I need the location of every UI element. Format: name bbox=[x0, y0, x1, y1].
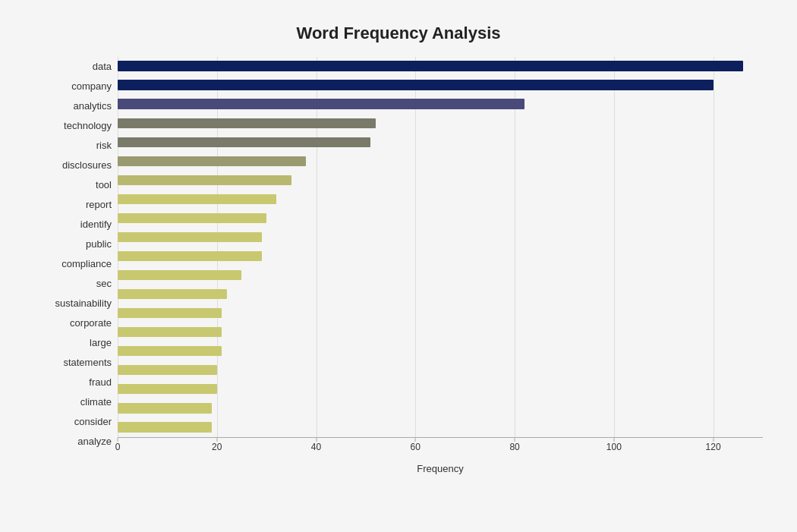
bars-wrapper bbox=[118, 57, 763, 437]
x-tick-label: 0 bbox=[115, 442, 121, 452]
y-label: fraud bbox=[89, 377, 112, 387]
bar-row bbox=[118, 304, 763, 323]
bar bbox=[118, 99, 525, 109]
x-axis: 020406080100120 bbox=[118, 437, 763, 460]
x-tick-label: 20 bbox=[212, 442, 222, 452]
bar bbox=[118, 251, 262, 261]
bar bbox=[118, 61, 743, 71]
bar bbox=[118, 289, 227, 299]
y-labels: datacompanyanalyticstechnologyriskdisclo… bbox=[34, 57, 118, 474]
bar bbox=[118, 327, 222, 337]
y-label: risk bbox=[96, 140, 112, 150]
x-axis-label: Frequency bbox=[118, 463, 763, 474]
bar bbox=[118, 365, 217, 375]
y-label: analytics bbox=[73, 101, 112, 111]
bar bbox=[118, 118, 376, 128]
bar bbox=[118, 403, 212, 413]
bar-row bbox=[118, 323, 763, 342]
bar-row bbox=[118, 114, 763, 133]
y-label: analyze bbox=[77, 436, 112, 446]
bar-row bbox=[118, 76, 763, 95]
bar bbox=[118, 232, 262, 242]
bar bbox=[118, 422, 212, 432]
y-label: disclosures bbox=[62, 160, 112, 170]
bar bbox=[118, 270, 241, 280]
y-label: large bbox=[90, 338, 112, 348]
bar-row bbox=[118, 285, 763, 304]
bars-and-xaxis: 020406080100120 Frequency bbox=[118, 57, 763, 474]
chart-area: datacompanyanalyticstechnologyriskdisclo… bbox=[34, 57, 763, 474]
x-tick-label: 120 bbox=[706, 442, 721, 452]
y-label: data bbox=[93, 61, 112, 71]
y-label: technology bbox=[64, 121, 112, 131]
chart-container: Word Frequency Analysis datacompanyanaly… bbox=[11, 8, 786, 524]
bar bbox=[118, 156, 306, 166]
y-label: climate bbox=[80, 397, 112, 407]
y-label: sustainability bbox=[55, 298, 112, 308]
bar-row bbox=[118, 171, 763, 190]
bar-row bbox=[118, 398, 763, 417]
bars-inner bbox=[118, 57, 763, 437]
y-label: public bbox=[86, 239, 112, 249]
bar bbox=[118, 213, 266, 223]
bar bbox=[118, 194, 276, 204]
bar-row bbox=[118, 379, 763, 398]
x-tick-label: 80 bbox=[509, 442, 519, 452]
bar bbox=[118, 308, 222, 318]
bar bbox=[118, 346, 222, 356]
x-tick-label: 100 bbox=[606, 442, 622, 452]
y-label: compliance bbox=[61, 259, 112, 269]
x-tick-label: 60 bbox=[411, 442, 421, 452]
y-label: sec bbox=[96, 279, 112, 288]
bar-row bbox=[118, 152, 763, 171]
bar-row bbox=[118, 247, 763, 266]
bar bbox=[118, 384, 217, 394]
y-label: statements bbox=[63, 357, 112, 367]
bar-row bbox=[118, 57, 763, 76]
bar-row bbox=[118, 228, 763, 247]
chart-title: Word Frequency Analysis bbox=[34, 24, 763, 43]
y-label: report bbox=[86, 200, 112, 209]
bar bbox=[118, 137, 370, 147]
bar-row bbox=[118, 209, 763, 228]
y-label: consider bbox=[74, 417, 112, 427]
bar-row bbox=[118, 417, 763, 436]
y-label: corporate bbox=[70, 318, 112, 328]
x-tick-label: 40 bbox=[311, 442, 321, 452]
y-label: identify bbox=[80, 219, 112, 229]
bar-row bbox=[118, 342, 763, 360]
bar bbox=[118, 80, 714, 90]
bar-row bbox=[118, 95, 763, 114]
y-label: tool bbox=[96, 180, 112, 190]
bar-row bbox=[118, 266, 763, 285]
y-label: company bbox=[71, 81, 112, 91]
bar-row bbox=[118, 360, 763, 379]
bar-row bbox=[118, 190, 763, 209]
bar-row bbox=[118, 133, 763, 152]
bar bbox=[118, 175, 291, 185]
